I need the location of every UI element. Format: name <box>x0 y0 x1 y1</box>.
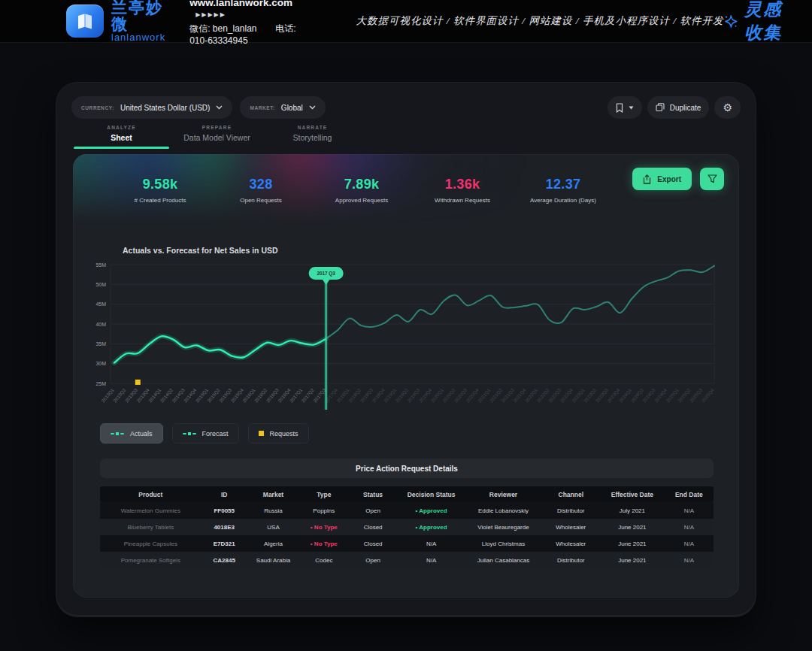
legend-label: Forecast <box>202 430 229 438</box>
kpi-row: 9.58k # Created Products328 Open Request… <box>110 177 614 204</box>
tab-storytelling[interactable]: NARRATE Storytelling <box>265 125 360 149</box>
cell-end: N/A <box>665 507 714 514</box>
sales-chart-svg: 25M30M35M40M45M50M55M2013Q12013Q22013Q32… <box>73 259 727 419</box>
svg-text:2017 Q3: 2017 Q3 <box>317 271 336 277</box>
legend-item-actuals[interactable]: Actuals <box>100 423 163 444</box>
cell-effective: July 2021 <box>600 507 665 514</box>
tab-label: Storytelling <box>265 133 360 142</box>
market-label: MARKET: <box>250 105 274 111</box>
chart-legend: Actuals ForecastRequests <box>100 423 309 444</box>
svg-text:30M: 30M <box>95 361 106 366</box>
tab-group-label: NARRATE <box>265 125 360 130</box>
cell-status: Closed <box>348 540 397 547</box>
toolbar-right: Duplicate ⚙ <box>607 96 741 119</box>
contact-block: www.lanlanwork.com ▶▶▶▶▶ 微信: ben_lanlan … <box>189 0 315 46</box>
cell-market: Russia <box>247 507 299 514</box>
caret-down-icon <box>629 106 634 110</box>
table-row[interactable]: Watermelon GummiesFF0055RussiaPoppinsOpe… <box>100 502 714 519</box>
line-marker-icon <box>183 432 196 435</box>
cell-effective: June 2021 <box>600 540 665 547</box>
chart-area[interactable]: 25M30M35M40M45M50M55M2013Q12013Q22013Q32… <box>73 259 727 419</box>
duplicate-button[interactable]: Duplicate <box>647 96 710 119</box>
brand-logo-icon <box>66 5 104 38</box>
tab-data-model-viewer[interactable]: PREPARE Data Model Viewer <box>169 125 265 149</box>
cell-channel: Wholesaler <box>542 540 601 547</box>
kpi-label: # Created Products <box>110 197 211 204</box>
screen: 兰亭妙微 lanlanwork www.lanlanwork.com ▶▶▶▶▶… <box>0 0 812 651</box>
table-row[interactable]: Blueberry Tablets4018E3USA• No TypeClose… <box>100 519 714 535</box>
services-list: 大数据可视化设计 / 软件界面设计 / 网站建设 / 手机及小程序设计 / 软件… <box>356 14 723 28</box>
column-header: Reviewer <box>465 491 542 498</box>
export-button[interactable]: Export <box>632 168 692 190</box>
cell-decision: N/A <box>398 540 465 547</box>
cell-market: USA <box>247 524 299 531</box>
table-header-row: ProductIDMarketTypeStatusDecision Status… <box>100 486 714 502</box>
settings-button[interactable]: ⚙ <box>714 96 741 119</box>
request-table: ProductIDMarketTypeStatusDecision Status… <box>100 486 714 568</box>
cell-decision: • Approved <box>398 524 465 531</box>
filter-button[interactable] <box>700 168 724 190</box>
chevron-down-icon <box>216 105 223 110</box>
cell-status: Closed <box>348 524 397 531</box>
arrows-decoration: ▶▶▶▶▶ <box>195 11 226 18</box>
cell-end: N/A <box>665 540 714 547</box>
cell-effective: June 2021 <box>600 524 665 531</box>
kpi-label: Open Requests <box>211 197 311 204</box>
kpi-value: 1.36k <box>412 177 513 192</box>
column-header: Decision Status <box>398 491 465 498</box>
table-row[interactable]: Pineapple CapsulesE7D321Algeria• No Type… <box>100 535 714 552</box>
cell-reviewer: Lloyd Christmas <box>465 540 542 547</box>
kpi-approved-requests: 7.89k Approved Requests <box>311 177 412 204</box>
export-label: Export <box>657 175 681 183</box>
cell-decision: N/A <box>398 557 465 564</box>
cell-reviewer: Violet Beauregarde <box>465 524 542 531</box>
legend-item-requests[interactable]: Requests <box>248 423 309 444</box>
market-dropdown[interactable]: MARKET: Global <box>240 96 325 119</box>
tab-label: Data Model Viewer <box>169 133 265 142</box>
table-body: Watermelon GummiesFF0055RussiaPoppinsOpe… <box>100 502 714 568</box>
analytics-panel: Export 9.58k # Created Products328 Open … <box>73 154 739 598</box>
cell-type: Poppins <box>299 507 348 514</box>
website-link[interactable]: www.lanlanwork.com <box>189 0 292 8</box>
tabs: ANALYZE SheetPREPARE Data Model ViewerNA… <box>74 125 360 149</box>
cell-id: 4018E3 <box>201 524 247 531</box>
table-title: Price Action Request Details <box>356 465 458 473</box>
currency-dropdown[interactable]: CURRENCY: United States Dollar (USD) <box>71 96 232 119</box>
column-header: ID <box>201 491 247 498</box>
cell-channel: Distributor <box>542 557 601 564</box>
cell-status: Open <box>348 507 397 514</box>
column-header: Product <box>100 491 201 498</box>
cell-type: • No Type <box>299 540 348 547</box>
tab-label: Sheet <box>74 133 169 142</box>
column-header: Type <box>299 491 348 498</box>
controls-row: CURRENCY: United States Dollar (USD) MAR… <box>71 96 741 119</box>
book-icon <box>74 11 96 32</box>
bookmark-button[interactable] <box>607 96 642 119</box>
active-tab-underline <box>74 147 169 150</box>
cell-type: • No Type <box>299 524 348 531</box>
cell-product: Blueberry Tablets <box>100 524 201 531</box>
svg-text:35M: 35M <box>95 341 106 347</box>
brand-text: 兰亭妙微 lanlanwork <box>111 0 165 43</box>
cell-market: Algeria <box>247 540 299 547</box>
brand-name-en: lanlanwork <box>111 32 165 43</box>
copy-icon <box>656 103 665 112</box>
cell-reviewer: Julian Casablancas <box>465 557 542 564</box>
cell-type: Codec <box>299 557 348 564</box>
cell-market: Saudi Arabia <box>247 557 299 564</box>
svg-text:25M: 25M <box>95 381 106 386</box>
kpi-average-duration-days-: 12.37 Average Duration (Days) <box>513 177 614 204</box>
cell-product: Pomegranate Softgels <box>100 557 201 564</box>
brand-name-cn: 兰亭妙微 <box>111 0 165 32</box>
kpi-label: Withdrawn Requests <box>412 197 513 204</box>
cell-product: Pineapple Capsules <box>100 540 201 547</box>
gear-icon: ⚙ <box>723 102 732 113</box>
table-row[interactable]: Pomegranate SoftgelsCA2845Saudi ArabiaCo… <box>100 552 714 568</box>
cell-status: Open <box>348 557 397 564</box>
cell-channel: Distributor <box>542 507 601 514</box>
legend-item-forecast[interactable]: Forecast <box>172 423 239 444</box>
tab-sheet[interactable]: ANALYZE Sheet <box>74 125 169 149</box>
wechat-contact: 微信: ben_lanlan <box>189 23 256 34</box>
column-header: Effective Date <box>600 491 665 498</box>
svg-text:45M: 45M <box>95 301 106 307</box>
